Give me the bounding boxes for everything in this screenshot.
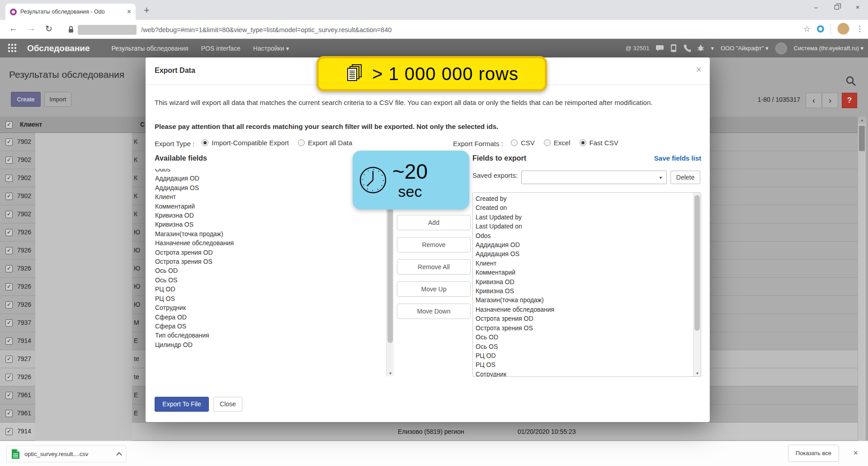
radio-icon[interactable] [580, 139, 586, 146]
available-field-item[interactable]: Сфера OD [152, 313, 394, 322]
modal-close-icon[interactable]: × [696, 64, 702, 76]
export-field-item[interactable]: Ось OS [473, 342, 701, 351]
export-field-item[interactable]: Острота зрения OD [473, 314, 701, 323]
page-scrollbar[interactable]: ▲ [858, 117, 866, 441]
export-field-item[interactable]: Аддидация OD [473, 240, 701, 249]
add-field-button[interactable]: Add [397, 215, 471, 230]
row-checkbox[interactable] [5, 138, 13, 146]
radio-icon[interactable] [544, 139, 551, 146]
search-icon[interactable] [845, 76, 856, 86]
bug-menu-caret-icon[interactable]: ▾ [711, 45, 714, 52]
remove-field-button[interactable]: Remove [397, 237, 471, 252]
navbar-menu-item[interactable]: Результаты обследования [112, 45, 189, 52]
saved-exports-select[interactable]: ▼ [521, 171, 667, 184]
available-field-item[interactable]: Цилиндр OD [152, 340, 394, 349]
radio-icon[interactable] [202, 139, 208, 146]
tab-close-icon[interactable]: × [127, 8, 131, 15]
reload-button[interactable]: ↻ [45, 24, 52, 34]
export-field-item[interactable]: Сотрудник [473, 370, 701, 377]
select-all-checkbox[interactable] [5, 121, 13, 128]
export-field-item[interactable]: Комментарий [473, 268, 701, 277]
window-minimize-button[interactable]: – [806, 0, 826, 14]
navbar-menu-item[interactable]: POS interface [201, 45, 241, 52]
row-checkbox[interactable] [5, 229, 13, 236]
create-button[interactable]: Create [11, 92, 41, 107]
forward-button[interactable]: → [27, 24, 36, 33]
scrollbar-thumb[interactable] [859, 126, 865, 151]
downloads-bar-close-icon[interactable]: × [853, 448, 858, 458]
download-caret-up-icon[interactable] [117, 452, 122, 456]
available-field-item[interactable]: Кривизна OS [152, 220, 394, 229]
row-checkbox[interactable] [5, 392, 13, 399]
help-button[interactable]: ? [842, 93, 857, 108]
bug-icon[interactable] [698, 44, 704, 52]
save-fields-list-link[interactable]: Save fields list [654, 154, 701, 162]
export-field-item[interactable]: Кривизна OS [473, 286, 701, 295]
row-checkbox[interactable] [5, 301, 13, 309]
row-checkbox[interactable] [5, 157, 13, 164]
move-up-button[interactable]: Move Up [397, 281, 471, 297]
export-field-item[interactable]: Острота зрения OS [473, 323, 701, 333]
available-field-item[interactable]: Острота зрения OS [152, 257, 394, 266]
download-item[interactable]: optic_survey.result....csv [6, 445, 127, 462]
export-field-item[interactable]: Last Updated by [473, 213, 701, 222]
import-button[interactable]: Import [44, 92, 71, 107]
delete-saved-export-button[interactable]: Delete [670, 171, 700, 184]
radio-icon[interactable] [298, 139, 305, 146]
export-format-option[interactable]: Excel [544, 139, 571, 147]
row-checkbox[interactable] [5, 211, 13, 218]
browser-menu-icon[interactable]: ⋮ [856, 24, 863, 33]
phone-icon[interactable] [683, 44, 691, 52]
available-field-item[interactable]: Назначение обследования [152, 238, 394, 247]
modal-close-button[interactable]: Close [213, 397, 242, 412]
export-field-item[interactable]: Odos [473, 231, 701, 240]
row-checkbox[interactable] [5, 247, 13, 254]
scroll-up-icon[interactable]: ▲ [858, 117, 866, 124]
export-field-item[interactable]: Кривизна OD [473, 277, 701, 286]
back-button[interactable]: ← [9, 24, 18, 33]
chat-icon[interactable] [656, 45, 664, 52]
window-close-button[interactable]: × [847, 0, 868, 14]
export-field-item[interactable]: Магазин(точка продаж) [473, 295, 701, 304]
export-to-file-button[interactable]: Export To File [155, 397, 209, 412]
available-field-item[interactable]: Ось OS [152, 276, 394, 285]
browser-tab[interactable]: Результаты обследования - Odo × [5, 4, 136, 20]
export-field-item[interactable]: РЦ OS [473, 360, 701, 369]
export-format-option[interactable]: CSV [511, 139, 535, 147]
new-tab-button[interactable]: + [144, 5, 150, 16]
apps-grid-icon[interactable] [8, 44, 17, 53]
export-field-item[interactable]: Created on [473, 203, 701, 212]
available-field-item[interactable]: Сотрудник [152, 303, 394, 312]
row-checkbox[interactable] [5, 175, 13, 182]
available-field-item[interactable]: РЦ OS [152, 294, 394, 303]
export-fields-scrollbar[interactable]: ▼ [693, 193, 701, 376]
export-type-option[interactable]: Import-Compatible Export [202, 139, 289, 147]
export-field-item[interactable]: Назначение обследования [473, 305, 701, 314]
row-checkbox[interactable] [5, 193, 13, 200]
available-field-item[interactable]: Тип обследования [152, 331, 394, 340]
user-menu[interactable]: Система (thr.eyekraft.ru) ▾ [794, 45, 863, 52]
mention-counter[interactable]: @ 32501 [625, 45, 649, 52]
row-checkbox[interactable] [5, 338, 13, 345]
available-field-item[interactable]: РЦ OD [152, 285, 394, 294]
browser-profile-avatar[interactable] [837, 23, 849, 35]
export-format-option[interactable]: Fast CSV [580, 139, 618, 147]
address-bar[interactable]: /web?debug=#min=1&limit=80&view_type=lis… [141, 26, 392, 33]
navbar-menu-item[interactable]: Настройки ▾ [253, 45, 289, 52]
available-field-item[interactable]: Сфера OS [152, 322, 394, 331]
company-menu[interactable]: ООО "Айкрафт" ▾ [721, 45, 769, 52]
export-field-item[interactable]: Аддидация OS [473, 249, 701, 258]
export-field-item[interactable]: Клиент [473, 259, 701, 268]
export-field-item[interactable]: Created by [473, 194, 701, 203]
export-field-item[interactable]: РЦ OD [473, 351, 701, 360]
row-checkbox[interactable] [5, 319, 13, 327]
window-restore-button[interactable] [826, 0, 847, 14]
row-checkbox[interactable] [5, 428, 13, 435]
available-field-item[interactable]: Ось OD [152, 266, 394, 275]
show-all-downloads-button[interactable]: Показать все [788, 445, 839, 462]
mobile-icon[interactable] [671, 44, 676, 52]
row-checkbox[interactable] [5, 265, 13, 272]
export-field-item[interactable]: Ось OD [473, 333, 701, 342]
scroll-down-icon[interactable]: ▼ [693, 371, 701, 376]
remove-all-fields-button[interactable]: Remove All [397, 259, 471, 275]
